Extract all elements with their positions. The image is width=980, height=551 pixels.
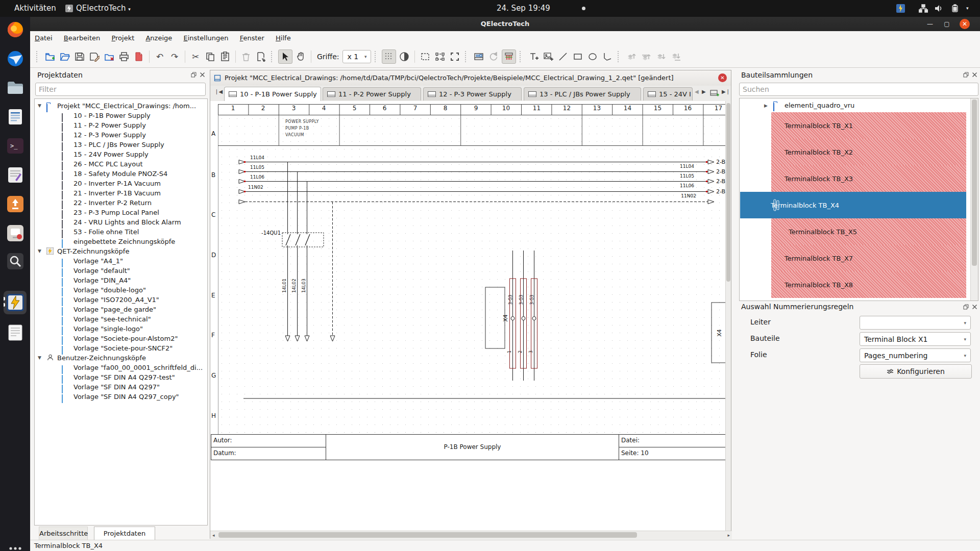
redo-button[interactable]: ↷ xyxy=(168,50,181,63)
save-button[interactable] xyxy=(73,50,86,63)
add-image-button[interactable] xyxy=(542,50,555,63)
tab-scroll-last-icon[interactable]: ▶❘ xyxy=(722,89,730,94)
new-project-button[interactable] xyxy=(43,50,57,63)
tree-page-item[interactable]: 18 - Safety Module PNOZ-S4 xyxy=(35,169,207,179)
collection-item-tbx4-selected[interactable]: Terminalblock TB_X4 xyxy=(740,192,966,218)
dock-document-viewer[interactable] xyxy=(4,321,27,344)
close-file-button[interactable] xyxy=(103,50,116,63)
tree-template-item[interactable]: Vorlage "A4_1" xyxy=(35,256,207,266)
collection-item-tbx8[interactable]: Terminalblock TB_X8 xyxy=(771,271,966,298)
tree-page-item[interactable]: 24 - VRU Lights and Block Alarm xyxy=(35,217,207,227)
toolbar-handle[interactable] xyxy=(520,51,523,62)
grid-toggle-button[interactable] xyxy=(382,49,396,64)
minimize-button[interactable]: — xyxy=(925,19,935,29)
draw-rectangle-button[interactable] xyxy=(571,50,584,63)
system-menu-caret[interactable]: ▾ xyxy=(966,0,969,17)
marquee-select-button[interactable] xyxy=(419,50,432,63)
subwindow-close-icon[interactable]: ✕ xyxy=(718,73,727,82)
tree-user-titleblocks-group[interactable]: ▼ Benutzer-Zeichnungsköpfe xyxy=(35,353,207,363)
raise-button[interactable] xyxy=(625,50,638,63)
dock-thunderbird[interactable] xyxy=(4,47,27,70)
background-toggle-button[interactable] xyxy=(398,50,411,63)
tab-page-12[interactable]: 12 - P-3 Power Supply xyxy=(423,87,522,101)
menu-anzeige[interactable]: Anzeige xyxy=(141,31,177,45)
toolbar-handle[interactable] xyxy=(375,51,378,62)
dock-writer-document[interactable] xyxy=(4,105,27,129)
float-panel-icon[interactable] xyxy=(963,71,969,78)
tree-template-item[interactable]: Vorlage "Societe-pour-SNCF2" xyxy=(35,343,207,353)
collection-folder-row[interactable]: ▶ elementi_quadro_vru xyxy=(740,101,978,111)
menu-einstellungen[interactable]: Einstellungen xyxy=(179,31,233,45)
activities-button[interactable]: Aktivitäten xyxy=(14,0,56,17)
menu-bearbeiten[interactable]: Bearbeiten xyxy=(59,31,105,45)
tree-template-item[interactable]: Vorlage "page_de garde" xyxy=(35,305,207,314)
draw-ellipse-button[interactable] xyxy=(586,50,599,63)
tree-template-item[interactable]: Vorlage "SF DIN A4 Q297-test" xyxy=(35,372,207,382)
dock-software-center[interactable] xyxy=(4,221,27,245)
expander-icon[interactable]: ▼ xyxy=(38,101,41,111)
tree-page-item[interactable]: 15 - 24V Power Supply xyxy=(35,149,207,159)
collection-item-tbx5[interactable]: Terminalblock TB_X5 xyxy=(771,218,966,245)
scroll-left-icon[interactable]: ◂ xyxy=(212,533,215,538)
float-panel-icon[interactable] xyxy=(963,304,969,310)
dock-search[interactable] xyxy=(4,249,27,273)
menu-hilfe[interactable]: Hilfe xyxy=(271,31,296,45)
draw-line-button[interactable] xyxy=(556,50,570,63)
print-button[interactable] xyxy=(117,50,131,63)
tree-template-item[interactable]: Vorlage "fa00_00_0001_schriftfeld_di... xyxy=(35,363,207,372)
canvas-vertical-scrollbar[interactable] xyxy=(725,101,731,531)
paste-special-button[interactable] xyxy=(254,50,267,63)
scrollbar-thumb[interactable] xyxy=(726,103,730,282)
tree-template-item[interactable]: Vorlage "default" xyxy=(35,266,207,276)
tree-page-item[interactable]: 10 - P-1B Power Supply xyxy=(35,111,207,120)
cut-button[interactable]: ✂ xyxy=(189,50,202,63)
bottom-tab-projektdaten[interactable]: Projektdaten xyxy=(94,527,155,540)
collections-search-input[interactable] xyxy=(739,83,978,96)
crop-frame-button[interactable] xyxy=(448,50,461,63)
paste-button[interactable] xyxy=(218,50,232,63)
dock-text-editor[interactable] xyxy=(4,163,27,187)
open-project-button[interactable] xyxy=(58,50,71,63)
tree-page-item[interactable]: 12 - P-3 Power Supply xyxy=(35,130,207,140)
close-panel-icon[interactable] xyxy=(971,71,978,78)
dock-app-grid[interactable] xyxy=(4,541,27,551)
leiter-combo[interactable]: ▾ xyxy=(860,316,971,330)
grips-combo[interactable]: x 1▾ xyxy=(342,50,371,63)
tree-template-item[interactable]: Vorlage "ISO7200_A4_V1" xyxy=(35,295,207,305)
toolbar-handle[interactable] xyxy=(271,51,275,62)
expander-icon[interactable]: ▼ xyxy=(38,353,41,363)
dock-files[interactable] xyxy=(4,76,27,99)
export-pdf-button[interactable] xyxy=(132,50,145,63)
tab-page-13[interactable]: 13 - PLC / JBs Power Supply xyxy=(524,87,641,101)
collection-item-tbx2[interactable]: Terminalblock TB_X2 xyxy=(771,139,966,165)
tab-page-15[interactable]: 15 - 24V I xyxy=(643,87,693,101)
scrollbar-thumb[interactable] xyxy=(218,532,637,538)
collections-scrollbar[interactable] xyxy=(970,98,978,300)
tree-page-item[interactable]: 21 - Inverter P-1B Vacuum xyxy=(35,188,207,198)
collection-item-tbx7[interactable]: Terminalblock TB_X7 xyxy=(771,245,966,271)
terminal-strip-editor-button[interactable] xyxy=(502,49,516,64)
maximize-button[interactable]: ▢ xyxy=(942,19,952,29)
undo-button[interactable]: ↶ xyxy=(153,50,166,63)
scrollbar-thumb[interactable] xyxy=(972,99,977,266)
draw-polyline-button[interactable] xyxy=(601,50,614,63)
dock-qelectrotech[interactable] xyxy=(4,291,27,314)
save-as-button[interactable] xyxy=(88,50,101,63)
marquee-handles-button[interactable] xyxy=(433,50,447,63)
tree-template-item[interactable]: Vorlage "DIN_A4" xyxy=(35,276,207,285)
tree-template-item[interactable]: Vorlage "single-logo" xyxy=(35,324,207,334)
tree-template-item[interactable]: Vorlage "double-logo" xyxy=(35,285,207,295)
app-menu-button[interactable]: QElectroTech ▾ xyxy=(76,0,131,17)
raise-to-top-button[interactable] xyxy=(640,50,653,63)
tab-scroll-left-icon[interactable]: ◀ xyxy=(695,89,699,94)
tree-template-item[interactable]: Vorlage "SF DIN A4 Q297" xyxy=(35,382,207,392)
dock-software-updater[interactable] xyxy=(4,192,27,216)
toolbar-handle[interactable] xyxy=(618,51,621,62)
expander-icon[interactable]: ▼ xyxy=(38,246,41,256)
collection-item-tbx1[interactable]: Terminalblock TB_X1 xyxy=(771,112,966,139)
close-panel-icon[interactable] xyxy=(199,71,206,78)
delete-button[interactable] xyxy=(239,50,253,63)
dock-terminal[interactable]: >_ xyxy=(4,134,27,158)
bauteile-combo[interactable]: Terminal Block X1▾ xyxy=(860,332,971,346)
copy-button[interactable] xyxy=(204,50,217,63)
